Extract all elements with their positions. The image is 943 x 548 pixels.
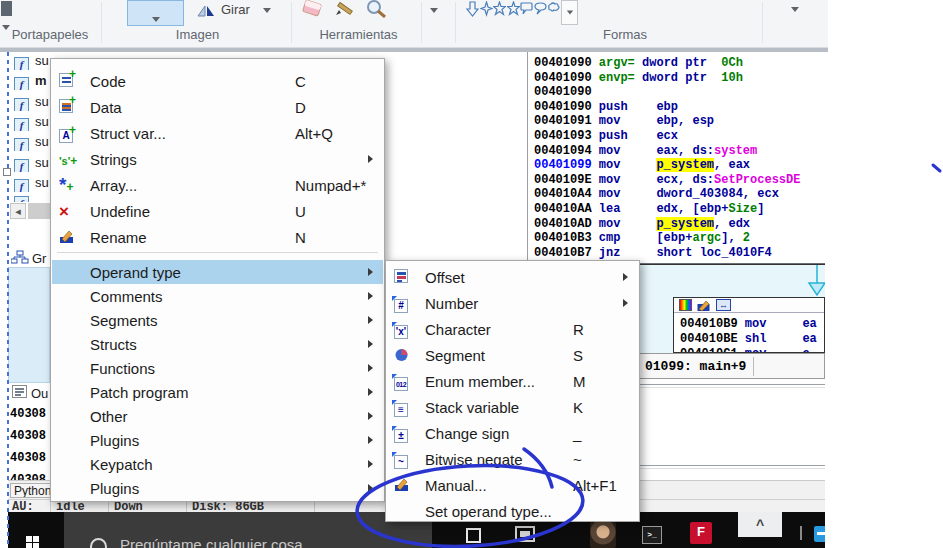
task-view-icon[interactable] [466, 528, 481, 543]
menu-item-functions[interactable]: Functions [52, 356, 383, 380]
select-dropdown[interactable] [127, 0, 184, 26]
selection-handle[interactable] [3, 168, 11, 176]
ribbon-separator [421, 2, 422, 43]
shape-arrow-down-icon[interactable] [466, 1, 479, 18]
menu-shortcut: K [573, 399, 583, 416]
magnifier-icon[interactable] [364, 0, 388, 18]
menu-item-undefine[interactable]: ×UndefineU [52, 198, 383, 224]
menu-item-offset[interactable]: Offset [387, 264, 638, 290]
menu-item-number[interactable]: #Number [387, 290, 638, 316]
menu-item-label: Stack variable [425, 399, 519, 416]
flash-app-icon[interactable]: F [690, 522, 712, 544]
submenu-arrow-icon [368, 460, 373, 468]
menu-item-label: Other [90, 408, 128, 425]
menu-item-other[interactable]: Other [52, 404, 383, 428]
menu-shortcut: Alt+F1 [573, 477, 617, 494]
rotate-caret[interactable] [263, 8, 271, 13]
rotate-button[interactable]: Girar [221, 2, 250, 17]
app-window-icon[interactable] [515, 526, 535, 542]
menu-item-patch-program[interactable]: Patch program [52, 380, 383, 404]
function-icon: f [14, 196, 29, 202]
menu-item-manual[interactable]: Manual...Alt+F1 [387, 472, 638, 498]
pencil-icon[interactable] [334, 0, 356, 18]
photo-thumbnail-icon[interactable] [590, 522, 616, 548]
paste-icon[interactable] [1, 1, 12, 16]
menu-item-plugins[interactable]: Plugins [52, 428, 383, 452]
menu-item-bitwise-negate[interactable]: ~Bitwise negate~ [387, 446, 638, 472]
menu-item-strings[interactable]: 's'+Strings [52, 146, 383, 172]
shape-star-4point-icon[interactable] [480, 1, 493, 18]
manual-icon [394, 477, 412, 493]
node-edit-icon[interactable] [697, 299, 711, 312]
graph-overview-icon [11, 250, 29, 265]
shape-star-5point-icon[interactable] [493, 1, 506, 18]
menu-item-struct-var[interactable]: A+Struct var...Alt+Q [52, 120, 383, 146]
menu-item-character[interactable]: 'x'CharacterR [387, 316, 638, 342]
menu-shortcut: U [295, 203, 306, 220]
menu-item-segment[interactable]: SegmentS [387, 342, 638, 368]
command-prompt-icon[interactable]: >_ [642, 526, 662, 544]
offset-icon [394, 269, 412, 285]
menu-item-set-operand-type[interactable]: Set operand type... [387, 498, 638, 524]
function-name: m [35, 73, 47, 88]
eraser-icon[interactable] [300, 0, 326, 18]
menu-item-rename[interactable]: RenameN [52, 224, 383, 250]
group-label-clipboard: Portapapeles [0, 27, 100, 42]
disasm-line: 004010B9 mov ea [680, 317, 817, 331]
menu-shortcut: D [295, 99, 306, 116]
menu-item-keypatch[interactable]: Keypatch [52, 452, 383, 476]
menu-item-label: Set operand type... [425, 503, 552, 520]
menu-item-array[interactable]: *+Array...Numpad+* [52, 172, 383, 198]
menu-item-enum-member[interactable]: 012Enum member...M [387, 368, 638, 394]
ribbon-more-caret[interactable] [791, 7, 799, 12]
menu-item-label: Plugins [90, 480, 139, 497]
menu-item-segments[interactable]: Segments [52, 308, 383, 332]
stack-variable-icon: ≡ [394, 399, 412, 415]
taskbar-search-box[interactable]: Pregúntame cualquier cosa [64, 512, 432, 548]
submenu-arrow-icon [368, 388, 373, 396]
graph-node-window[interactable]: ↔ 004010B9 mov ea004010BE shl ea004010C1… [673, 297, 825, 353]
menu-item-comments[interactable]: Comments [52, 284, 383, 308]
start-button[interactable] [26, 536, 40, 548]
graph-node-toolbar: ↔ [674, 298, 825, 313]
menu-item-structs[interactable]: Structs [52, 332, 383, 356]
screen: Portapapeles Girar Imagen Herramientas F [0, 0, 943, 548]
shape-speech-bubble-rounded-icon[interactable] [520, 1, 533, 18]
python-prompt-label[interactable]: Python [10, 483, 52, 498]
node-color-palette-icon[interactable] [679, 299, 692, 311]
menu-item-label: Functions [90, 360, 155, 377]
disasm-line: 00401094 mov eax, ds:system [534, 144, 757, 158]
menu-item-change-sign[interactable]: ±Change sign_ [387, 420, 638, 446]
menu-item-code[interactable]: +CodeC [52, 68, 383, 94]
menu-item-operand-type[interactable]: Operand type [52, 260, 383, 284]
shape-thought-bubble-cloud-icon[interactable] [547, 1, 560, 18]
output-window-icon [12, 385, 27, 398]
brush-dropdown-caret[interactable] [430, 8, 438, 13]
tab-output-window[interactable]: Ou [31, 386, 51, 401]
menu-shortcut: S [573, 347, 583, 364]
rotate-icon[interactable] [197, 3, 216, 18]
search-placeholder-text: Pregúntame cualquier cosa [120, 536, 303, 548]
node-jump-icon[interactable]: ↔ [716, 299, 731, 311]
shapes-more-button[interactable] [561, 0, 578, 25]
submenu-arrow-icon [368, 268, 373, 276]
disassembly-view[interactable]: 00401090 argv= dword ptr 0Ch00401090 env… [527, 52, 825, 264]
tab-graph-overview[interactable]: Gr [32, 251, 50, 266]
menu-item-label: Character [425, 321, 491, 338]
menu-shortcut: ~ [573, 451, 582, 468]
menu-item-plugins[interactable]: Plugins [52, 476, 383, 500]
menu-item-data[interactable]: +DataD [52, 94, 383, 120]
disasm-line: 004010BE shl ea [680, 332, 817, 346]
shape-star-5point-alt-icon[interactable] [507, 1, 520, 18]
ribbon-separator [455, 2, 456, 43]
shape-speech-bubble-oval-icon[interactable] [534, 1, 547, 18]
blue-app-icon[interactable] [814, 526, 825, 542]
graph-overview-panel[interactable] [8, 267, 50, 383]
disasm-line: 004010AD mov p_system, edx [534, 217, 750, 231]
tray-show-hidden-chevron[interactable]: ^ [738, 512, 782, 537]
hscroll-left-button[interactable]: ◂ [10, 203, 26, 219]
menu-item-label: Comments [90, 288, 163, 305]
disasm-line: 00401090 [534, 85, 592, 99]
hscroll-thumb[interactable] [28, 203, 50, 219]
menu-item-stack-variable[interactable]: ≡Stack variableK [387, 394, 638, 420]
